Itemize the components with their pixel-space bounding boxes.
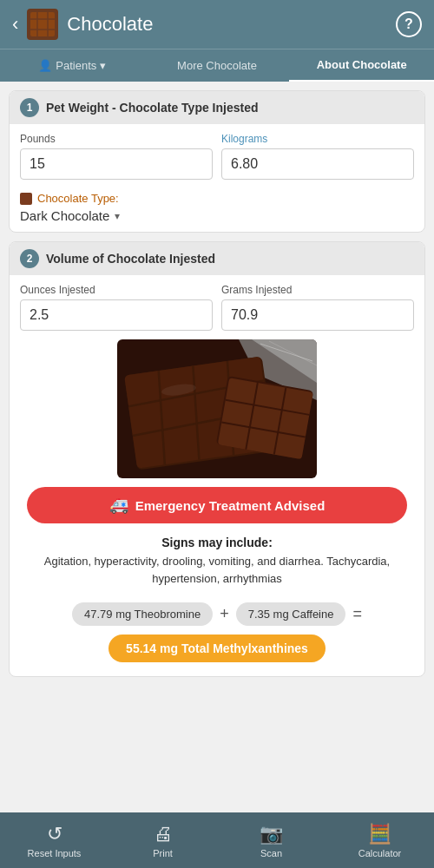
section1-header: 1 Pet Weight - Chocolate Type Injested: [10, 91, 424, 124]
nav-scan[interactable]: 📷 Scan: [217, 812, 326, 868]
kilograms-label: Kilograms: [221, 133, 414, 145]
calculator-icon: 🧮: [368, 823, 391, 845]
kilograms-group: Kilograms: [221, 133, 414, 180]
volume-input-row: Ounces Injested Grams Injested: [10, 275, 424, 339]
plus-operator: +: [220, 605, 229, 623]
emergency-banner: 🚑 Emergency Treatment Advised: [27, 487, 407, 523]
equals-operator: =: [352, 605, 362, 623]
section1-card: 1 Pet Weight - Chocolate Type Injested P…: [9, 90, 425, 233]
signs-text: Agitation, hyperactivity, drooling, vomi…: [23, 553, 411, 587]
section2-card: 2 Volume of Chocolate Injested Ounces In…: [9, 241, 425, 677]
chocolate-type-value: Dark Chocolate: [20, 208, 109, 223]
grams-group: Grams Injested: [221, 284, 414, 331]
nav-scan-label: Scan: [260, 848, 282, 858]
signs-section: Signs may include: Agitation, hyperactiv…: [10, 529, 424, 594]
nav-reset-label: Reset Inputs: [28, 848, 82, 858]
signs-title: Signs may include:: [23, 536, 411, 549]
bottom-nav: ↺ Reset Inputs 🖨 Print 📷 Scan 🧮 Calculat…: [0, 812, 434, 868]
chocolate-type-row: Chocolate Type: Dark Chocolate ▾: [10, 188, 424, 232]
chocolate-type-dropdown[interactable]: Dark Chocolate ▾: [20, 208, 414, 223]
pounds-label: Pounds: [20, 133, 213, 145]
nav-calculator-label: Calculator: [358, 848, 402, 858]
tab-bar: 👤 Patients ▾ More Chocolate About Chocol…: [0, 49, 434, 82]
app-header: ‹ Chocolate ?: [0, 0, 434, 49]
pounds-input[interactable]: [20, 148, 213, 180]
reset-icon: ↺: [47, 823, 62, 845]
chocolate-small-icon: [20, 193, 32, 205]
theobromine-pill: 47.79 mg Theobromine: [72, 602, 213, 626]
weight-input-row: Pounds Kilograms: [10, 124, 424, 188]
ounces-label: Ounces Injested: [20, 284, 213, 296]
section2-header: 2 Volume of Chocolate Injested: [10, 242, 424, 275]
tab-patients[interactable]: 👤 Patients ▾: [0, 49, 145, 82]
caffeine-pill: 7.35 mg Caffeine: [236, 602, 346, 626]
grams-input[interactable]: [221, 299, 414, 331]
section2-number: 2: [20, 249, 39, 268]
nav-calculator[interactable]: 🧮 Calculator: [326, 812, 434, 868]
tab-about-chocolate[interactable]: About Chocolate: [289, 49, 434, 82]
chevron-down-icon: ▾: [100, 59, 106, 72]
section1-title: Pet Weight - Chocolate Type Injested: [46, 101, 259, 115]
nav-print[interactable]: 🖨 Print: [108, 812, 217, 868]
ounces-input[interactable]: [20, 299, 213, 331]
print-icon: 🖨: [154, 823, 173, 845]
chevron-down-icon: ▾: [115, 210, 120, 222]
main-content: 1 Pet Weight - Chocolate Type Injested P…: [0, 82, 434, 812]
app-icon: [27, 9, 58, 40]
total-methylxanthines-pill: 55.14 mg Total Methylxanthines: [108, 635, 326, 662]
emergency-text: Emergency Treatment Advised: [135, 498, 326, 513]
app-title: Chocolate: [67, 13, 396, 36]
pounds-group: Pounds: [20, 133, 213, 180]
scan-icon: 📷: [260, 823, 283, 845]
patients-icon: 👤: [38, 59, 52, 72]
help-button[interactable]: ?: [396, 11, 422, 37]
chocolate-image: [18, 339, 416, 478]
total-row: 55.14 mg Total Methylxanthines: [10, 631, 424, 676]
back-button[interactable]: ‹: [12, 13, 18, 36]
chemical-row: 47.79 mg Theobromine + 7.35 mg Caffeine …: [10, 594, 424, 631]
ambulance-icon: 🚑: [109, 496, 128, 515]
kilograms-input[interactable]: [221, 148, 414, 180]
section2-title: Volume of Chocolate Injested: [46, 252, 215, 266]
chocolate-type-label: Chocolate Type:: [20, 192, 414, 205]
tab-more-chocolate[interactable]: More Chocolate: [145, 49, 290, 82]
grams-label: Grams Injested: [221, 284, 414, 296]
section1-number: 1: [20, 98, 39, 117]
svg-rect-1: [30, 12, 55, 36]
nav-print-label: Print: [153, 848, 173, 858]
nav-reset[interactable]: ↺ Reset Inputs: [0, 812, 108, 868]
ounces-group: Ounces Injested: [20, 284, 213, 331]
